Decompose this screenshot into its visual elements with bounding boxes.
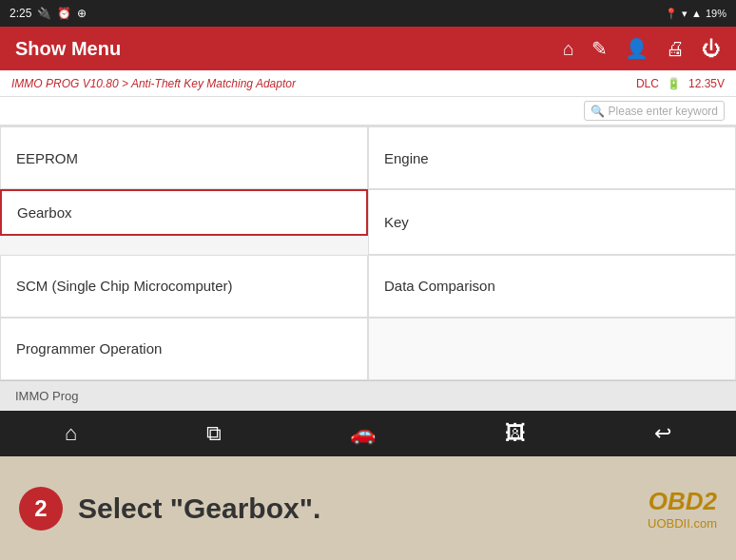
breadcrumb-bar: IMMO PROG V10.80 > Anti-Theft Key Matchi… — [0, 70, 736, 97]
bottom-label-bar: IMMO Prog — [0, 380, 736, 411]
search-bar: 🔍 Please enter keyword — [0, 97, 736, 126]
location-icon2: 📍 — [665, 8, 678, 20]
header-bar: Show Menu ⌂ ✎ 👤 🖨 ⏻ — [0, 27, 736, 70]
status-bar-right: 📍 ▾ ▲ 19% — [665, 8, 726, 20]
menu-item-data-comparison[interactable]: Data Comparison — [368, 255, 736, 318]
search-input-wrapper[interactable]: 🔍 Please enter keyword — [584, 101, 725, 121]
search-icon: 🔍 — [591, 105, 605, 118]
menu-item-engine[interactable]: Engine — [368, 126, 736, 189]
edit-icon[interactable]: ✎ — [591, 37, 608, 60]
battery-icon: 🔋 — [667, 77, 681, 90]
nav-back-icon[interactable]: ↩ — [654, 421, 671, 446]
voltage-display: 12.35V — [688, 77, 725, 90]
location-icon: ⊕ — [77, 7, 87, 20]
dlc-label: DLC — [636, 77, 659, 90]
alarm-icon: ⏰ — [57, 7, 71, 20]
instruction-text: Select "Gearbox". — [78, 492, 632, 525]
obd2-bottom-text: UOBDII.com — [648, 516, 717, 531]
menu-item-scm[interactable]: SCM (Single Chip Microcomputer) — [0, 255, 368, 318]
menu-item-programmer-operation[interactable]: Programmer Operation — [0, 318, 368, 380]
status-bar-left: 2:25 🔌 ⏰ ⊕ — [10, 7, 87, 20]
nav-home-icon[interactable]: ⌂ — [65, 421, 77, 446]
instruction-area: 2 Select "Gearbox". OBD2 UOBDII.com — [0, 456, 736, 560]
time-display: 2:25 — [10, 7, 31, 20]
menu-item-key[interactable]: Key — [368, 189, 736, 254]
usb-icon: 🔌 — [37, 7, 51, 20]
home-icon[interactable]: ⌂ — [563, 38, 574, 60]
step-number: 2 — [19, 487, 63, 531]
menu-item-empty — [368, 318, 736, 380]
logout-icon[interactable]: ⏻ — [702, 38, 721, 60]
signal-icon: ▲ — [691, 8, 702, 19]
print-icon[interactable]: 🖨 — [666, 38, 685, 60]
wifi-icon: ▾ — [682, 8, 688, 20]
menu-item-gearbox[interactable]: Gearbox — [0, 189, 368, 236]
bottom-label: IMMO Prog — [15, 389, 78, 403]
user-icon[interactable]: 👤 — [625, 37, 649, 60]
battery-display: 19% — [706, 8, 726, 19]
breadcrumb: IMMO PROG V10.80 > Anti-Theft Key Matchi… — [11, 77, 296, 90]
nav-car-icon[interactable]: 🚗 — [350, 421, 376, 446]
nav-image-icon[interactable]: 🖼 — [505, 421, 526, 446]
nav-copy-icon[interactable]: ⧉ — [206, 421, 222, 446]
obd2-logo: OBD2 UOBDII.com — [648, 487, 717, 531]
menu-item-eeprom[interactable]: EEPROM — [0, 126, 368, 189]
search-placeholder: Please enter keyword — [609, 105, 718, 118]
header-icons: ⌂ ✎ 👤 🖨 ⏻ — [563, 37, 721, 60]
obd2-top-text: OBD2 — [649, 487, 717, 516]
breadcrumb-right: DLC 🔋 12.35V — [636, 77, 725, 90]
menu-grid: EEPROM Engine Gearbox Key SCM (Single Ch… — [0, 126, 736, 380]
status-bar: 2:25 🔌 ⏰ ⊕ 📍 ▾ ▲ 19% — [0, 0, 736, 27]
nav-bar: ⌂ ⧉ 🚗 🖼 ↩ — [0, 411, 736, 456]
header-title: Show Menu — [15, 38, 121, 60]
